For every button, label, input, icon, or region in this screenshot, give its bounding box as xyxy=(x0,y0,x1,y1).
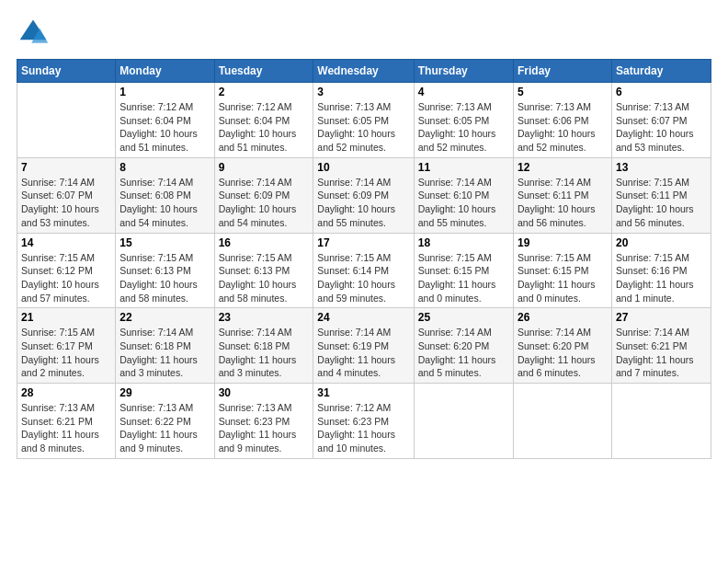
calendar-cell: 15Sunrise: 7:15 AM Sunset: 6:13 PM Dayli… xyxy=(116,233,214,308)
day-number: 14 xyxy=(21,236,111,249)
calendar-cell xyxy=(611,384,711,459)
day-info: Sunrise: 7:13 AM Sunset: 6:22 PM Dayligh… xyxy=(119,401,210,455)
day-number: 13 xyxy=(616,161,707,174)
day-number: 5 xyxy=(518,86,608,98)
calendar-cell: 13Sunrise: 7:15 AM Sunset: 6:11 PM Dayli… xyxy=(611,157,711,233)
calendar-cell xyxy=(513,384,611,459)
day-number: 10 xyxy=(317,161,409,174)
header-cell-thursday: Thursday xyxy=(414,60,513,83)
day-info: Sunrise: 7:14 AM Sunset: 6:09 PM Dayligh… xyxy=(219,176,310,230)
week-row-1: 1Sunrise: 7:12 AM Sunset: 6:04 PM Daylig… xyxy=(17,83,711,158)
day-info: Sunrise: 7:14 AM Sunset: 6:18 PM Dayligh… xyxy=(219,326,310,380)
header-cell-monday: Monday xyxy=(116,60,214,83)
day-number: 25 xyxy=(418,311,509,324)
calendar-cell: 16Sunrise: 7:15 AM Sunset: 6:13 PM Dayli… xyxy=(214,233,313,308)
day-number: 11 xyxy=(418,161,509,174)
day-number: 29 xyxy=(119,386,210,399)
week-row-3: 14Sunrise: 7:15 AM Sunset: 6:12 PM Dayli… xyxy=(17,233,711,308)
calendar-cell: 31Sunrise: 7:12 AM Sunset: 6:23 PM Dayli… xyxy=(313,384,414,459)
day-number: 12 xyxy=(518,161,608,174)
day-info: Sunrise: 7:14 AM Sunset: 6:10 PM Dayligh… xyxy=(418,176,509,230)
day-number: 1 xyxy=(119,86,210,98)
day-info: Sunrise: 7:13 AM Sunset: 6:05 PM Dayligh… xyxy=(418,100,509,155)
calendar-cell: 10Sunrise: 7:14 AM Sunset: 6:09 PM Dayli… xyxy=(313,157,414,233)
day-info: Sunrise: 7:14 AM Sunset: 6:20 PM Dayligh… xyxy=(518,326,608,380)
day-info: Sunrise: 7:15 AM Sunset: 6:14 PM Dayligh… xyxy=(317,251,409,305)
calendar-cell: 2Sunrise: 7:12 AM Sunset: 6:04 PM Daylig… xyxy=(214,83,313,158)
calendar-cell: 8Sunrise: 7:14 AM Sunset: 6:08 PM Daylig… xyxy=(116,157,214,233)
day-number: 18 xyxy=(418,236,509,249)
header-cell-saturday: Saturday xyxy=(611,60,711,83)
day-info: Sunrise: 7:13 AM Sunset: 6:21 PM Dayligh… xyxy=(21,401,111,455)
day-info: Sunrise: 7:15 AM Sunset: 6:13 PM Dayligh… xyxy=(219,251,310,305)
day-info: Sunrise: 7:15 AM Sunset: 6:13 PM Dayligh… xyxy=(119,251,210,305)
calendar-cell: 9Sunrise: 7:14 AM Sunset: 6:09 PM Daylig… xyxy=(214,157,313,233)
calendar-cell: 4Sunrise: 7:13 AM Sunset: 6:05 PM Daylig… xyxy=(414,83,513,158)
header-cell-sunday: Sunday xyxy=(17,60,116,83)
day-number: 24 xyxy=(317,311,409,324)
day-number: 7 xyxy=(21,161,111,174)
calendar-cell: 20Sunrise: 7:15 AM Sunset: 6:16 PM Dayli… xyxy=(611,233,711,308)
logo xyxy=(17,17,53,50)
calendar-cell: 25Sunrise: 7:14 AM Sunset: 6:20 PM Dayli… xyxy=(414,308,513,384)
calendar-cell: 28Sunrise: 7:13 AM Sunset: 6:21 PM Dayli… xyxy=(17,384,116,459)
day-info: Sunrise: 7:15 AM Sunset: 6:11 PM Dayligh… xyxy=(616,176,707,230)
day-info: Sunrise: 7:13 AM Sunset: 6:23 PM Dayligh… xyxy=(219,401,310,455)
day-number: 26 xyxy=(518,311,608,324)
calendar-cell: 24Sunrise: 7:14 AM Sunset: 6:19 PM Dayli… xyxy=(313,308,414,384)
day-number: 2 xyxy=(219,86,310,98)
day-info: Sunrise: 7:15 AM Sunset: 6:15 PM Dayligh… xyxy=(518,251,608,305)
calendar-cell: 1Sunrise: 7:12 AM Sunset: 6:04 PM Daylig… xyxy=(116,83,214,158)
calendar-cell: 12Sunrise: 7:14 AM Sunset: 6:11 PM Dayli… xyxy=(513,157,611,233)
calendar-body: 1Sunrise: 7:12 AM Sunset: 6:04 PM Daylig… xyxy=(17,83,711,459)
day-number: 20 xyxy=(616,236,707,249)
day-info: Sunrise: 7:12 AM Sunset: 6:04 PM Dayligh… xyxy=(219,100,310,155)
day-number: 19 xyxy=(518,236,608,249)
calendar-cell: 7Sunrise: 7:14 AM Sunset: 6:07 PM Daylig… xyxy=(17,157,116,233)
page: SundayMondayTuesdayWednesdayThursdayFrid… xyxy=(0,0,728,468)
calendar-cell xyxy=(17,83,116,158)
day-info: Sunrise: 7:12 AM Sunset: 6:23 PM Dayligh… xyxy=(317,401,409,455)
day-number: 15 xyxy=(119,236,210,249)
day-number: 30 xyxy=(219,386,310,399)
day-number: 3 xyxy=(317,86,409,98)
calendar-cell: 3Sunrise: 7:13 AM Sunset: 6:05 PM Daylig… xyxy=(313,83,414,158)
week-row-5: 28Sunrise: 7:13 AM Sunset: 6:21 PM Dayli… xyxy=(17,384,711,459)
day-info: Sunrise: 7:15 AM Sunset: 6:16 PM Dayligh… xyxy=(616,251,707,305)
calendar-cell: 11Sunrise: 7:14 AM Sunset: 6:10 PM Dayli… xyxy=(414,157,513,233)
day-info: Sunrise: 7:15 AM Sunset: 6:12 PM Dayligh… xyxy=(21,251,111,305)
logo-icon xyxy=(17,17,50,50)
day-info: Sunrise: 7:12 AM Sunset: 6:04 PM Dayligh… xyxy=(119,100,210,155)
calendar-cell: 14Sunrise: 7:15 AM Sunset: 6:12 PM Dayli… xyxy=(17,233,116,308)
day-number: 17 xyxy=(317,236,409,249)
day-info: Sunrise: 7:13 AM Sunset: 6:06 PM Dayligh… xyxy=(518,100,608,155)
calendar-cell: 26Sunrise: 7:14 AM Sunset: 6:20 PM Dayli… xyxy=(513,308,611,384)
calendar-header: SundayMondayTuesdayWednesdayThursdayFrid… xyxy=(17,60,711,83)
header-row: SundayMondayTuesdayWednesdayThursdayFrid… xyxy=(17,60,711,83)
header-cell-tuesday: Tuesday xyxy=(214,60,313,83)
header-cell-wednesday: Wednesday xyxy=(313,60,414,83)
day-number: 6 xyxy=(616,86,707,98)
day-number: 8 xyxy=(119,161,210,174)
calendar-table: SundayMondayTuesdayWednesdayThursdayFrid… xyxy=(17,59,711,459)
calendar-cell: 27Sunrise: 7:14 AM Sunset: 6:21 PM Dayli… xyxy=(611,308,711,384)
calendar-cell: 6Sunrise: 7:13 AM Sunset: 6:07 PM Daylig… xyxy=(611,83,711,158)
week-row-4: 21Sunrise: 7:15 AM Sunset: 6:17 PM Dayli… xyxy=(17,308,711,384)
day-number: 28 xyxy=(21,386,111,399)
day-info: Sunrise: 7:14 AM Sunset: 6:21 PM Dayligh… xyxy=(616,326,707,380)
header xyxy=(17,17,711,50)
day-number: 9 xyxy=(219,161,310,174)
day-info: Sunrise: 7:14 AM Sunset: 6:07 PM Dayligh… xyxy=(21,176,111,230)
calendar-cell: 19Sunrise: 7:15 AM Sunset: 6:15 PM Dayli… xyxy=(513,233,611,308)
day-number: 4 xyxy=(418,86,509,98)
day-info: Sunrise: 7:15 AM Sunset: 6:15 PM Dayligh… xyxy=(418,251,509,305)
day-info: Sunrise: 7:13 AM Sunset: 6:05 PM Dayligh… xyxy=(317,100,409,155)
day-number: 16 xyxy=(219,236,310,249)
day-info: Sunrise: 7:14 AM Sunset: 6:11 PM Dayligh… xyxy=(518,176,608,230)
day-number: 22 xyxy=(119,311,210,324)
calendar-cell: 18Sunrise: 7:15 AM Sunset: 6:15 PM Dayli… xyxy=(414,233,513,308)
calendar-cell: 17Sunrise: 7:15 AM Sunset: 6:14 PM Dayli… xyxy=(313,233,414,308)
day-number: 31 xyxy=(317,386,409,399)
week-row-2: 7Sunrise: 7:14 AM Sunset: 6:07 PM Daylig… xyxy=(17,157,711,233)
calendar-cell: 21Sunrise: 7:15 AM Sunset: 6:17 PM Dayli… xyxy=(17,308,116,384)
